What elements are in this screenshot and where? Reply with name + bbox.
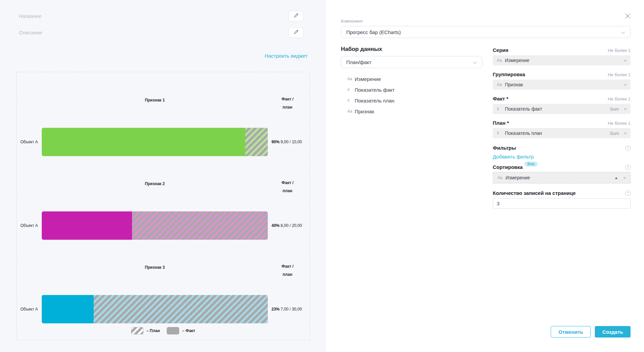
page-size-block: Количество записей на странице ? <box>493 190 631 209</box>
progress-bar <box>42 128 268 156</box>
close-icon[interactable] <box>625 13 631 19</box>
dialog-actions: Отменить Создать <box>551 326 631 338</box>
string-type-icon: Aa <box>347 77 355 81</box>
dataset-field-pokazatel-plan[interactable]: # Показатель план <box>341 95 482 106</box>
configure-widget-row: Настроить виджет <box>0 53 325 59</box>
sorting-chip[interactable]: Aa Измерение ▲ × <box>493 172 631 183</box>
slot-fact: Факт * Не более 1 # Показатель факт Sum … <box>493 96 631 114</box>
remove-chip-icon[interactable]: × <box>624 131 626 136</box>
grouping-chip[interactable]: Aa Признак × <box>493 80 631 90</box>
page-size-label: Количество записей на странице <box>493 190 576 196</box>
remove-chip-icon[interactable]: × <box>624 83 626 87</box>
add-filter-link[interactable]: Добавить фильтр <box>493 154 534 159</box>
legend-plan-label: – План <box>147 328 160 333</box>
dataset-field-izmerenie[interactable]: Aa Измерение <box>341 74 482 84</box>
bar-fact-segment <box>42 211 132 240</box>
widget-name-field[interactable]: Название <box>19 13 41 19</box>
component-select[interactable]: Прогресс бар (ECharts) <box>341 26 631 38</box>
component-select-value: Прогресс бар (ECharts) <box>346 29 401 35</box>
pencil-icon <box>294 29 299 35</box>
help-icon[interactable]: ? <box>625 190 631 196</box>
slot-limit: Не более 1 <box>608 96 631 101</box>
bar-fact-segment <box>42 295 94 323</box>
bar-category-label: Объект А <box>17 223 42 228</box>
fact-plan-column-header: Факт / план <box>268 95 307 111</box>
component-label: Компонент <box>341 19 631 24</box>
fact-chip[interactable]: # Показатель факт Sum × <box>493 104 631 114</box>
sorting-label: Сортировка <box>493 164 523 170</box>
help-icon[interactable]: ? <box>625 145 631 151</box>
number-type-icon: # <box>497 131 505 136</box>
fact-plan-column-header: Факт / план <box>268 262 307 278</box>
widget-description-field[interactable]: Описание <box>19 30 42 35</box>
dataset-select-value: План/факт <box>346 59 372 65</box>
filters-label: Фильтры <box>493 145 516 151</box>
widget-builder: Название Описание <box>0 0 644 352</box>
plan-chip[interactable]: # Показатель план Sum × <box>493 128 631 138</box>
bar-plan-segment <box>94 295 268 323</box>
chart-group-title: Признак 2 <box>42 181 268 186</box>
remove-chip-icon[interactable]: × <box>623 176 626 180</box>
sort-ascending-icon[interactable]: ▲ <box>615 176 618 180</box>
pencil-icon <box>294 13 299 19</box>
chart-section-3: Признак 3 Факт / план Объект А 23%7,00 /… <box>17 239 310 323</box>
slot-label: План * <box>493 120 509 126</box>
slot-limit: Не более 1 <box>608 121 631 126</box>
configure-widget-link[interactable]: Настроить виджет <box>265 53 308 59</box>
edit-description-button[interactable] <box>289 27 303 38</box>
chart-group-title: Признак 3 <box>42 265 268 270</box>
dataset-field-pokazatel-fakt[interactable]: # Показатель факт <box>341 84 482 95</box>
string-type-icon: Aa <box>497 82 505 87</box>
config-content: Компонент Прогресс бар (ECharts) Набор д… <box>341 19 631 209</box>
string-type-icon: Aa <box>497 58 505 63</box>
page-size-input[interactable] <box>493 198 631 209</box>
progress-bar-chart: Признак 1 Факт / план Объект А 90%9,00 /… <box>17 72 310 340</box>
dataset-column: Набор данных План/факт Aa Измерение <box>341 46 482 209</box>
slot-grouping: Группировка Не более 1 Aa Признак × <box>493 71 631 90</box>
edit-name-button[interactable] <box>289 11 303 21</box>
config-columns: Набор данных План/факт Aa Измерение <box>341 46 631 209</box>
sorting-block: Сортировка Beta ? Aa Измерение ▲ × <box>493 164 631 183</box>
cancel-button[interactable]: Отменить <box>551 326 591 338</box>
string-type-icon: Aa <box>497 175 506 180</box>
chart-preview-box: Признак 1 Факт / план Объект А 90%9,00 /… <box>16 72 310 340</box>
remove-chip-icon[interactable]: × <box>624 107 626 111</box>
chart-section-1: Признак 1 Факт / план Объект А 90%9,00 /… <box>17 72 310 156</box>
widget-description-row: Описание <box>0 27 325 38</box>
beta-badge: Beta <box>524 162 538 167</box>
slot-series: Серия Не более 1 Aa Измерение × <box>493 47 631 65</box>
bar-value-label: 90%9,00 / 10,00 <box>271 140 302 144</box>
fact-gray-swatch <box>167 327 179 334</box>
dataset-field-priznak[interactable]: Aa Признак <box>341 106 482 117</box>
bar-fact-segment <box>42 128 245 156</box>
dataset-select[interactable]: План/факт <box>341 56 482 68</box>
widget-config-panel: Компонент Прогресс бар (ECharts) Набор д… <box>325 0 644 352</box>
bar-category-label: Объект А <box>17 140 42 144</box>
progress-bar <box>42 295 268 323</box>
series-chip[interactable]: Aa Измерение × <box>493 55 631 65</box>
number-type-icon: # <box>347 98 355 103</box>
create-button[interactable]: Создать <box>595 326 631 338</box>
aggregation-selector[interactable]: Sum <box>610 107 619 112</box>
mapping-column: Серия Не более 1 Aa Измерение × Группиро… <box>493 46 631 209</box>
plan-hatch-swatch <box>131 327 143 334</box>
slot-plan: План * Не более 1 # Показатель план Sum … <box>493 120 631 138</box>
filters-block: Фильтры ? Добавить фильтр <box>493 145 631 160</box>
number-type-icon: # <box>497 107 505 111</box>
aggregation-selector[interactable]: Sum <box>610 131 619 136</box>
string-type-icon: Aa <box>347 109 355 114</box>
bar-category-label: Объект А <box>17 307 42 312</box>
chart-section-2: Признак 2 Факт / план Объект А 40%8,00 /… <box>17 156 310 239</box>
help-icon[interactable]: ? <box>625 165 631 170</box>
slot-limit: Не более 1 <box>608 72 631 77</box>
chart-bar-row: Объект А 23%7,00 / 30,00 <box>17 295 310 323</box>
bar-value-label: 40%8,00 / 20,00 <box>271 223 302 228</box>
chart-legend: – План – Факт <box>17 323 310 339</box>
bar-value-label: 23%7,00 / 30,00 <box>271 307 302 312</box>
remove-chip-icon[interactable]: × <box>624 58 626 63</box>
number-type-icon: # <box>347 87 355 92</box>
widget-preview-panel: Название Описание <box>0 0 325 352</box>
bar-plan-segment <box>245 128 268 156</box>
chevron-down-icon <box>473 59 477 65</box>
progress-bar <box>42 211 268 240</box>
